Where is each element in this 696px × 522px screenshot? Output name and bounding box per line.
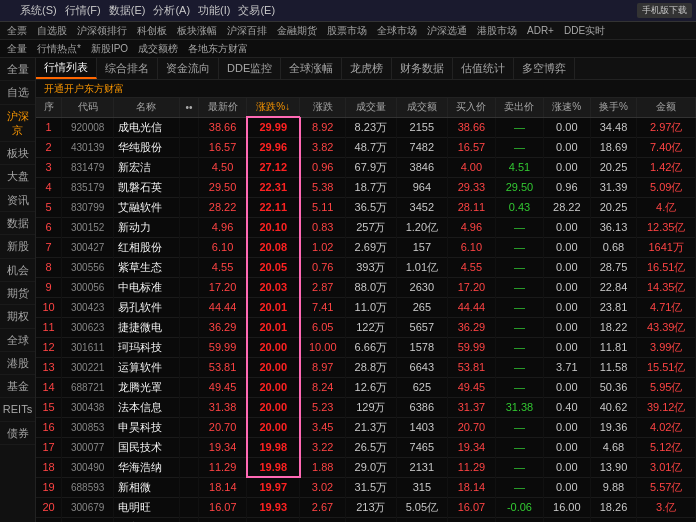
sidebar-item-block[interactable]: 板块: [0, 142, 35, 165]
col-sell[interactable]: 卖出价: [495, 98, 543, 117]
sidebar-item-selfselect[interactable]: 自选: [0, 81, 35, 104]
nav3-vol[interactable]: 成交额榜: [135, 42, 181, 56]
nav3-all[interactable]: 全量: [4, 42, 30, 56]
sidebar-item-news[interactable]: 资讯: [0, 189, 35, 212]
sidebar-item-bond[interactable]: 债券: [0, 422, 35, 445]
table-row[interactable]: 10300423易孔软件44.4420.017.4111.0万26544.44—…: [36, 297, 696, 317]
cell-buy: 16.07: [447, 497, 495, 517]
tab-capital-flow[interactable]: 资金流向: [158, 58, 219, 79]
table-row[interactable]: 3831479新宏洁4.5027.120.9667.9万38464.004.51…: [36, 157, 696, 177]
table-row[interactable]: 1920008成电光信38.6629.998.928.23万215538.66—…: [36, 117, 696, 137]
mobile-download-btn[interactable]: 手机版下载: [637, 3, 692, 18]
col-price[interactable]: 最新价: [199, 98, 247, 117]
nav-function[interactable]: 功能(I): [198, 3, 230, 18]
tab-valuation[interactable]: 估值统计: [453, 58, 514, 79]
nav2-selfselect[interactable]: 自选股: [34, 24, 70, 38]
tab-market-list[interactable]: 行情列表: [36, 58, 97, 79]
sidebar-item-all[interactable]: 全量: [0, 58, 35, 81]
sidebar-item-data[interactable]: 数据: [0, 212, 35, 235]
tab-composite-rank[interactable]: 综合排名: [97, 58, 158, 79]
table-row[interactable]: 7300427红相股份6.1020.081.022.69万1576.10—0.0…: [36, 237, 696, 257]
table-row[interactable]: 9300056中电标准17.2020.032.8788.0万263017.20—…: [36, 277, 696, 297]
cell-seq: 16: [36, 417, 62, 437]
table-row[interactable]: 4835179凯磐石英29.5022.315.3818.7万96429.3329…: [36, 177, 696, 197]
cell-name: 新相微: [114, 477, 179, 497]
cell-change: 1.88: [300, 457, 346, 477]
nav2-blockrise[interactable]: 板块涨幅: [174, 24, 220, 38]
sidebar-item-opportunity[interactable]: 机会: [0, 259, 35, 282]
col-speed[interactable]: 涨速%: [543, 98, 590, 117]
sidebar-item-futures[interactable]: 期货: [0, 282, 35, 305]
sidebar-item-hushen[interactable]: 沪深京: [0, 105, 35, 143]
nav2-ranking[interactable]: 沪深领排行: [74, 24, 130, 38]
cell-speed: 0.00: [543, 277, 590, 297]
col-change[interactable]: 涨跌: [300, 98, 346, 117]
cell-seq: 2: [36, 137, 62, 157]
nav2-hk-market[interactable]: 港股市场: [474, 24, 520, 38]
col-amt[interactable]: 成交额: [396, 98, 447, 117]
table-row[interactable]: 21300085银之杰47.2019.897.8398.9万14.5万47.19…: [36, 517, 696, 522]
cell-vol: 21.3万: [345, 417, 396, 437]
table-row[interactable]: 13300221运算软件53.8120.008.9728.8万664353.81…: [36, 357, 696, 377]
col-mark: ••: [179, 98, 199, 117]
nav2-adr[interactable]: ADR+: [524, 25, 557, 36]
sidebar-item-newstock[interactable]: 新股: [0, 235, 35, 258]
col-buy[interactable]: 买入价: [447, 98, 495, 117]
table-row[interactable]: 8300556紫草生态4.5520.050.76393万1.01亿4.55—0.…: [36, 257, 696, 277]
table-row[interactable]: 18300490华海浩纳11.2919.981.8829.0万213111.29…: [36, 457, 696, 477]
nav2-kechuang[interactable]: 科创板: [134, 24, 170, 38]
cell-sell: —: [495, 317, 543, 337]
cell-name: 成电光信: [114, 117, 179, 137]
tab-dde[interactable]: DDE监控: [219, 58, 281, 79]
table-row[interactable]: 5830799艾融软件28.2222.115.1136.5万345228.110…: [36, 197, 696, 217]
sidebar-item-fund[interactable]: 基金: [0, 375, 35, 398]
nav2-global-market[interactable]: 全球市场: [374, 24, 420, 38]
cell-seq: 12: [36, 337, 62, 357]
tab-dragon-tiger[interactable]: 龙虎榜: [342, 58, 392, 79]
table-row[interactable]: 14688721龙腾光罩49.4520.008.2412.6万62549.45—…: [36, 377, 696, 397]
cell-seq: 9: [36, 277, 62, 297]
nav2-all[interactable]: 全票: [4, 24, 30, 38]
sidebar-item-hk[interactable]: 港股: [0, 352, 35, 375]
sidebar-item-bigboard[interactable]: 大盘: [0, 165, 35, 188]
nav-trade[interactable]: 交易(E): [238, 3, 275, 18]
subtab-open-account[interactable]: 开通开户东方财富: [40, 82, 128, 96]
col-pct[interactable]: 涨跌%↓: [247, 98, 300, 117]
table-row[interactable]: 2430139华纯股份16.5729.963.8248.7万748216.57—…: [36, 137, 696, 157]
sidebar-item-options[interactable]: 期权: [0, 305, 35, 328]
content-area: 行情列表 综合排名 资金流向 DDE监控 全球涨幅 龙虎榜 财务数据 估值统计 …: [36, 58, 696, 522]
nav2-financial-futures[interactable]: 金融期货: [274, 24, 320, 38]
sidebar-item-global[interactable]: 全球: [0, 329, 35, 352]
col-code[interactable]: 代码: [62, 98, 114, 117]
nav-system[interactable]: 系统(S): [20, 3, 57, 18]
sidebar-item-reits[interactable]: REITs: [0, 398, 35, 421]
tab-global-rise[interactable]: 全球涨幅: [281, 58, 342, 79]
table-row[interactable]: 20300679电明旺16.0719.932.67213万5.05亿16.07-…: [36, 497, 696, 517]
tab-financial[interactable]: 财务数据: [392, 58, 453, 79]
nav-market[interactable]: 行情(F): [65, 3, 101, 18]
table-row[interactable]: 12301611珂玛科技59.9920.0010.006.66万157859.9…: [36, 337, 696, 357]
cell-mark: [179, 237, 199, 257]
table-row[interactable]: 16300853申昊科技20.7020.003.4521.3万140320.70…: [36, 417, 696, 437]
nav3-newstock[interactable]: 新股IPO: [88, 42, 131, 56]
nav3-local[interactable]: 各地东方财富: [185, 42, 251, 56]
stock-table-wrapper[interactable]: 序 代码 名称 •• 最新价 涨跌%↓ 涨跌 成交量 成交额 买入价 卖出价 涨…: [36, 98, 696, 522]
table-row[interactable]: 6300152新动力4.9620.100.83257万1.20亿4.96—0.0…: [36, 217, 696, 237]
table-row[interactable]: 11300623捷捷微电36.2920.016.05122万565736.29—…: [36, 317, 696, 337]
cell-seq: 14: [36, 377, 62, 397]
col-turnover[interactable]: 换手%: [590, 98, 637, 117]
nav3-hotspot[interactable]: 行情热点*: [34, 42, 84, 56]
nav2-hushentong[interactable]: 沪深选通: [424, 24, 470, 38]
nav-analysis[interactable]: 分析(A): [153, 3, 190, 18]
col-name[interactable]: 名称: [114, 98, 179, 117]
nav-data[interactable]: 数据(E): [109, 3, 146, 18]
table-row[interactable]: 15300438法本信息31.3820.005.23129万638631.373…: [36, 397, 696, 417]
table-row[interactable]: 19688593新相微18.1419.973.0231.5万31518.14—0…: [36, 477, 696, 497]
nav2-hundred[interactable]: 沪深百排: [224, 24, 270, 38]
nav2-dde[interactable]: DDE实时: [561, 24, 608, 38]
col-vol[interactable]: 成交量: [345, 98, 396, 117]
nav2-stock-market[interactable]: 股票市场: [324, 24, 370, 38]
table-row[interactable]: 17300077国民技术19.3419.983.2226.5万746519.34…: [36, 437, 696, 457]
col-mktamt[interactable]: 金额: [637, 98, 696, 117]
tab-longshort[interactable]: 多空博弈: [514, 58, 575, 79]
